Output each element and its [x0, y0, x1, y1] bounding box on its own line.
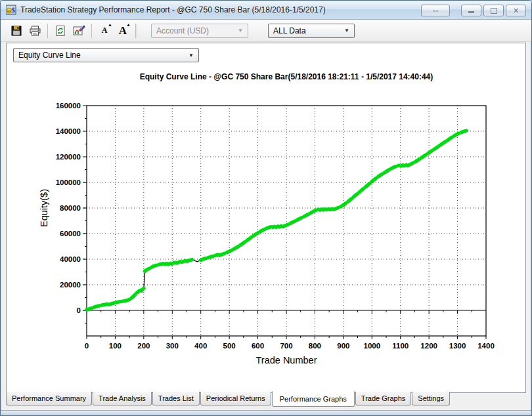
- svg-text:200: 200: [137, 342, 150, 350]
- report-tabs: Performance Summary Trade Analysis Trade…: [6, 392, 526, 409]
- svg-text:Equity($): Equity($): [39, 189, 49, 227]
- title-bar: $ TradeStation Strategy Performance Repo…: [1, 1, 531, 20]
- window-title: TradeStation Strategy Performance Report…: [20, 5, 326, 14]
- minimize-button[interactable]: [461, 5, 481, 16]
- refresh-icon: [55, 25, 66, 37]
- app-window: $ TradeStation Strategy Performance Repo…: [0, 0, 532, 416]
- font-decrease-button[interactable]: A▲: [95, 22, 114, 40]
- close-icon: ✕: [513, 7, 519, 14]
- tab-trade-analysis[interactable]: Trade Analysis: [93, 392, 152, 406]
- svg-text:1300: 1300: [449, 342, 466, 350]
- svg-text:100: 100: [109, 342, 122, 350]
- caret-up-icon: ▲: [126, 22, 131, 28]
- svg-text:900: 900: [337, 342, 349, 350]
- svg-text:1100: 1100: [392, 342, 409, 350]
- toolbar-separator: [135, 24, 136, 38]
- resize-horizontal-icon: ⇔: [432, 5, 440, 15]
- close-button[interactable]: ✕: [506, 5, 526, 16]
- svg-text:500: 500: [223, 342, 236, 350]
- save-button[interactable]: [7, 22, 26, 40]
- format-report-icon: [72, 25, 85, 37]
- svg-text:80000: 80000: [60, 204, 81, 212]
- svg-text:$: $: [11, 6, 15, 14]
- tab-trade-graphs[interactable]: Trade Graphs: [355, 392, 411, 406]
- toolbar: A▲ A▲ Account (USD) ▼ ALL Data ▼: [1, 20, 531, 42]
- tab-performance-graphs[interactable]: Performance Graphs: [272, 391, 355, 407]
- toolbar-separator: [91, 24, 92, 38]
- svg-text:0: 0: [77, 306, 81, 314]
- svg-text:160000: 160000: [56, 102, 81, 110]
- restore-button[interactable]: [483, 5, 504, 16]
- report-panel: 0200004000060000800001000001200001400001…: [6, 43, 526, 393]
- svg-text:400: 400: [194, 342, 207, 350]
- svg-text:0: 0: [85, 342, 89, 350]
- svg-text:40000: 40000: [60, 255, 81, 263]
- equity-curve-chart: 0200004000060000800001000001200001400001…: [7, 43, 527, 392]
- svg-text:800: 800: [309, 342, 321, 350]
- tab-periodical-returns[interactable]: Periodical Returns: [200, 392, 271, 406]
- tab-performance-summary[interactable]: Performance Summary: [6, 392, 92, 406]
- svg-text:1200: 1200: [420, 342, 437, 350]
- restore-icon: [491, 8, 497, 14]
- resize-horizontal-button[interactable]: ⇔: [421, 5, 450, 16]
- graph-type-combobox[interactable]: Equity Curve Line ▼: [13, 48, 199, 62]
- print-icon: [29, 25, 41, 37]
- toolbar-separator: [47, 24, 48, 38]
- data-range-combobox[interactable]: ALL Data ▼: [268, 24, 355, 38]
- svg-text:140000: 140000: [56, 127, 81, 135]
- chevron-down-icon: ▼: [238, 28, 243, 33]
- tab-settings[interactable]: Settings: [412, 392, 450, 406]
- chevron-down-icon: ▼: [344, 28, 349, 33]
- account-combobox[interactable]: Account (USD) ▼: [151, 24, 248, 38]
- font-increase-button[interactable]: A▲: [114, 22, 132, 40]
- print-button[interactable]: [26, 22, 44, 40]
- svg-text:20000: 20000: [60, 281, 81, 289]
- toolbar-separator: [137, 24, 137, 38]
- svg-text:700: 700: [280, 342, 292, 350]
- svg-text:120000: 120000: [56, 153, 81, 161]
- save-icon: [11, 25, 22, 37]
- format-report-button[interactable]: [70, 22, 88, 40]
- account-combobox-value: Account (USD): [156, 26, 209, 35]
- svg-text:300: 300: [166, 342, 179, 350]
- graph-type-combobox-value: Equity Curve Line: [18, 51, 81, 60]
- svg-text:60000: 60000: [60, 230, 81, 238]
- svg-text:Equity Curve Line - @GC 750 Sh: Equity Curve Line - @GC 750 Share Bar(5/…: [140, 72, 433, 81]
- svg-text:1400: 1400: [477, 342, 495, 350]
- tab-trades-list[interactable]: Trades List: [152, 392, 200, 406]
- chevron-down-icon: ▼: [188, 52, 194, 58]
- app-icon: $: [6, 5, 16, 15]
- refresh-button[interactable]: [51, 22, 70, 40]
- caret-up-icon: ▲: [108, 22, 112, 28]
- svg-text:100000: 100000: [56, 178, 81, 186]
- data-range-combobox-value: ALL Data: [273, 26, 306, 35]
- svg-text:1000: 1000: [363, 342, 380, 350]
- window-bottom-border: [1, 410, 531, 415]
- svg-text:600: 600: [252, 342, 264, 350]
- minimize-icon: [468, 11, 474, 13]
- svg-text:Trade Number: Trade Number: [256, 355, 317, 365]
